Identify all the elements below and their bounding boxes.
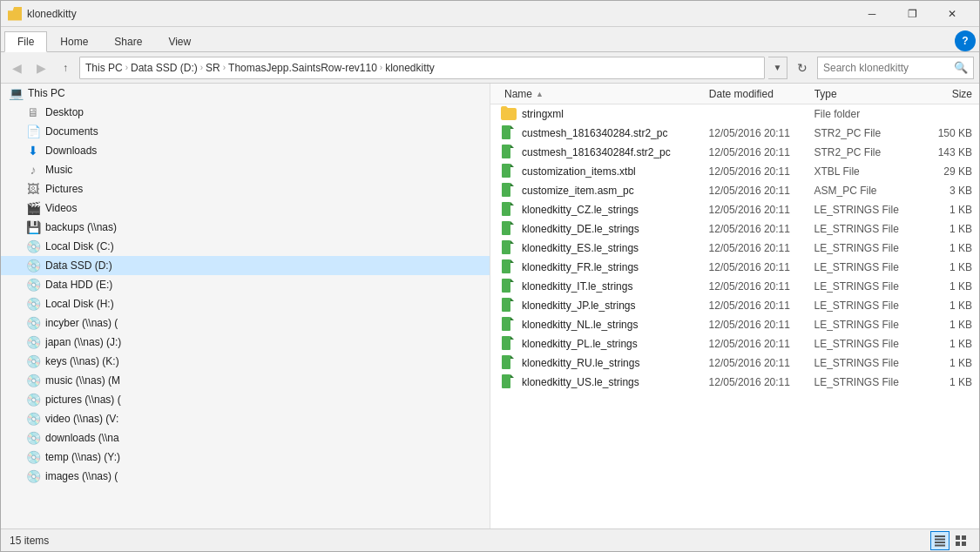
ribbon-tab-home[interactable]: Home — [47, 31, 101, 51]
svg-rect-12 — [502, 240, 510, 254]
file-type-cell: File folder — [814, 108, 912, 120]
sidebar-label-data-hdd-e: Data HDD (E:) — [45, 279, 112, 291]
file-size-cell: 150 KB — [912, 127, 972, 139]
search-input[interactable] — [823, 62, 954, 74]
path-thispc: This PC — [85, 62, 123, 74]
svg-rect-26 — [502, 374, 510, 388]
file-name-text: klonedkitty_ES.le_strings — [522, 242, 639, 254]
table-row[interactable]: custmesh_1816340284.str2_pc 12/05/2016 2… — [490, 124, 979, 143]
sidebar-item-documents[interactable]: 📄 Documents — [1, 122, 490, 141]
table-row[interactable]: klonedkitty_CZ.le_strings 12/05/2016 20:… — [490, 200, 979, 219]
file-size-cell: 1 KB — [912, 204, 972, 216]
sidebar-label-music: Music — [45, 164, 72, 176]
sidebar-item-music2[interactable]: 💿 music (\\nas) (M — [1, 371, 490, 390]
details-view-button[interactable] — [930, 531, 950, 550]
sidebar-item-data-hdd-e[interactable]: 💿 Data HDD (E:) — [1, 275, 490, 294]
ribbon-tab-view[interactable]: View — [155, 31, 204, 51]
svg-marker-1 — [510, 125, 514, 129]
table-row[interactable]: klonedkitty_FR.le_strings 12/05/2016 20:… — [490, 258, 979, 277]
col-date-header[interactable]: Date modified — [709, 88, 814, 100]
file-date-cell: 12/05/2016 20:11 — [709, 261, 814, 273]
table-row[interactable]: klonedkitty_NL.le_strings 12/05/2016 20:… — [490, 315, 979, 334]
sidebar-label-keys: keys (\\nas) (K:) — [45, 355, 119, 367]
table-row[interactable]: klonedkitty_US.le_strings 12/05/2016 20:… — [490, 373, 979, 392]
sidebar-item-this-pc[interactable]: 💻 This PC — [1, 84, 490, 103]
back-button[interactable]: ◀ — [6, 57, 27, 78]
sidebar-item-temp[interactable]: 💿 temp (\\nas) (Y:) — [1, 448, 490, 467]
svg-marker-3 — [510, 145, 514, 148]
col-type-header[interactable]: Type — [814, 88, 912, 100]
sidebar-item-pictures2[interactable]: 💿 pictures (\\nas) ( — [1, 390, 490, 409]
sidebar-item-images[interactable]: 💿 images (\\nas) ( — [1, 467, 490, 486]
up-button[interactable]: ↑ — [55, 57, 76, 78]
file-rows-container: stringxml File folder custmesh_181634028… — [490, 104, 979, 392]
sidebar-item-downloads2[interactable]: 💿 downloads (\\na — [1, 428, 490, 448]
table-row[interactable]: klonedkitty_JP.le_strings 12/05/2016 20:… — [490, 296, 979, 315]
table-row[interactable]: customize_item.asm_pc 12/05/2016 20:11 A… — [490, 181, 979, 200]
col-size-header[interactable]: Size — [912, 88, 972, 100]
table-row[interactable]: klonedkitty_RU.le_strings 12/05/2016 20:… — [490, 353, 979, 373]
sidebar-item-data-ssd-d[interactable]: 💿 Data SSD (D:) — [1, 256, 490, 275]
file-name-text: custmesh_1816340284f.str2_pc — [522, 146, 671, 158]
table-row[interactable]: klonedkitty_DE.le_strings 12/05/2016 20:… — [490, 219, 979, 239]
close-button[interactable]: ✕ — [932, 1, 972, 27]
file-name-text: klonedkitty_FR.le_strings — [522, 261, 639, 273]
svg-rect-22 — [502, 336, 510, 350]
file-date-cell: 12/05/2016 20:11 — [709, 165, 814, 178]
table-row[interactable]: klonedkitty_PL.le_strings 12/05/2016 20:… — [490, 334, 979, 353]
sidebar-item-japan[interactable]: 💿 japan (\\nas) (J:) — [1, 333, 490, 352]
address-path[interactable]: This PC › Data SSD (D:) › SR › ThomasJep… — [79, 57, 765, 79]
sidebar-label-videos: Videos — [45, 202, 77, 214]
ribbon-tab-file[interactable]: File — [4, 31, 47, 52]
ribbon-tab-share[interactable]: Share — [101, 31, 155, 51]
table-row[interactable]: customization_items.xtbl 12/05/2016 20:1… — [490, 162, 979, 181]
large-icons-view-button[interactable] — [951, 531, 970, 550]
sidebar-item-downloads[interactable]: ⬇ Downloads — [1, 141, 490, 160]
sidebar-item-local-h[interactable]: 💿 Local Disk (H:) — [1, 294, 490, 313]
sidebar-item-videos[interactable]: 🎬 Videos — [1, 199, 490, 218]
file-name-text: klonedkitty_RU.le_strings — [522, 357, 639, 369]
refresh-button[interactable]: ↻ — [791, 57, 814, 79]
search-button[interactable]: 🔍 — [954, 57, 968, 78]
window-controls: ─ ❐ ✕ — [852, 1, 972, 27]
table-row[interactable]: klonedkitty_ES.le_strings 12/05/2016 20:… — [490, 239, 979, 258]
sidebar-item-music[interactable]: ♪ Music — [1, 160, 490, 179]
forward-button[interactable]: ▶ — [30, 57, 51, 78]
keys-icon: 💿 — [25, 354, 41, 368]
svg-rect-28 — [935, 535, 945, 537]
sidebar-item-desktop[interactable]: 🖥 Desktop — [1, 103, 490, 122]
sidebar-item-local-c[interactable]: 💿 Local Disk (C:) — [1, 237, 490, 256]
address-dropdown[interactable]: ▼ — [768, 57, 787, 79]
sidebar-label-video2: video (\\nas) (V: — [45, 413, 118, 425]
file-type-icon — [501, 317, 517, 333]
sidebar-label-pictures2: pictures (\\nas) ( — [45, 394, 121, 406]
file-name-cell: klonedkitty_US.le_strings — [497, 374, 709, 391]
svg-marker-15 — [510, 259, 514, 263]
status-bar: 15 items — [1, 528, 979, 551]
svg-rect-2 — [502, 145, 510, 158]
sidebar-item-keys[interactable]: 💿 keys (\\nas) (K:) — [1, 352, 490, 371]
file-type-cell: LE_STRINGS File — [814, 204, 912, 216]
file-type-cell: STR2_PC File — [814, 127, 912, 139]
ribbon-tabs: File Home Share View ? — [1, 27, 979, 51]
svg-marker-25 — [510, 355, 514, 359]
sidebar-label-documents: Documents — [45, 125, 98, 138]
file-type-cell: LE_STRINGS File — [814, 223, 912, 235]
col-name-header[interactable]: Name ▲ — [497, 88, 709, 100]
table-row[interactable]: klonedkitty_IT.le_strings 12/05/2016 20:… — [490, 277, 979, 296]
data-ssd-icon: 💿 — [25, 259, 41, 273]
sidebar-item-backups[interactable]: 💾 backups (\\nas) — [1, 218, 490, 237]
sidebar-item-video2[interactable]: 💿 video (\\nas) (V: — [1, 409, 490, 428]
restore-button[interactable]: ❐ — [892, 1, 932, 27]
file-name-cell: custmesh_1816340284.str2_pc — [497, 125, 709, 142]
table-row[interactable]: stringxml File folder — [490, 104, 979, 124]
help-button[interactable]: ? — [955, 30, 976, 51]
table-row[interactable]: custmesh_1816340284f.str2_pc 12/05/2016 … — [490, 143, 979, 162]
file-type-cell: LE_STRINGS File — [814, 242, 912, 254]
sidebar-item-pictures[interactable]: 🖼 Pictures — [1, 179, 490, 199]
sidebar-label-japan: japan (\\nas) (J:) — [45, 336, 121, 348]
sidebar-item-incyber[interactable]: 💿 incyber (\\nas) ( — [1, 313, 490, 333]
address-bar: ◀ ▶ ↑ This PC › Data SSD (D:) › SR › Tho… — [1, 52, 979, 84]
minimize-button[interactable]: ─ — [852, 1, 892, 27]
file-name-cell: klonedkitty_FR.le_strings — [497, 259, 709, 276]
